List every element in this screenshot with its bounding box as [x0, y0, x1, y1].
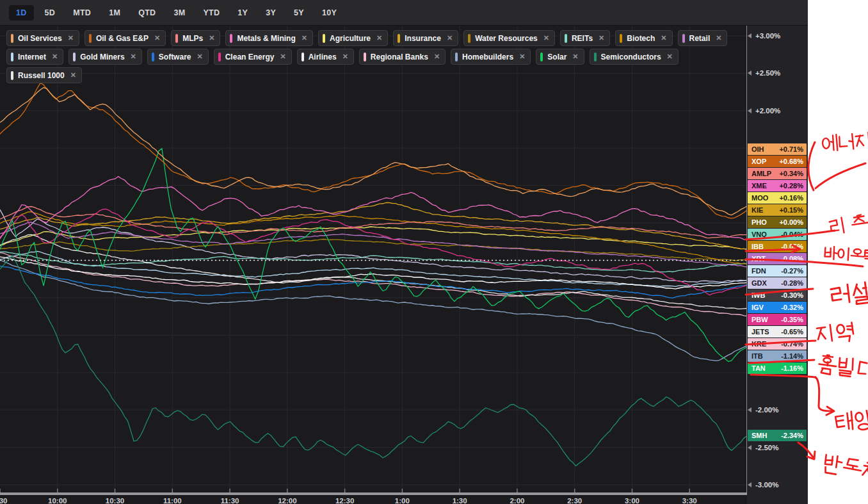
time-range-toolbar: 1D5DMTD1MQTD3MYTD1Y3Y5Y10Y — [0, 0, 808, 26]
x-axis-time-label: 3:30 — [682, 497, 697, 504]
charting-app-window: 1D5DMTD1MQTD3MYTD1Y3Y5Y10Y 9:3010:0010:3… — [0, 0, 808, 504]
badge-change: +0.00% — [779, 218, 803, 226]
ticker-chip-water-resources[interactable]: Water Resources ✕ — [463, 30, 555, 46]
ticker-chip-software[interactable]: Software ✕ — [147, 49, 209, 65]
chip-close-icon[interactable]: ✕ — [666, 53, 673, 61]
badge-change: +0.71% — [779, 145, 803, 153]
x-axis-time-label: 10:30 — [106, 497, 124, 504]
ticker-chip-gold-miners[interactable]: Gold Miners ✕ — [68, 49, 142, 65]
chart-plot-area[interactable]: 9:3010:0010:3011:0011:3012:0012:301:001:… — [0, 26, 747, 504]
chip-label: MLPs — [182, 34, 203, 43]
badge-ticker: IBB — [751, 243, 764, 250]
time-range-button-mtd[interactable]: MTD — [66, 5, 98, 20]
time-range-button-5y[interactable]: 5Y — [287, 5, 311, 20]
chip-close-icon[interactable]: ✕ — [278, 53, 285, 61]
chip-close-icon[interactable]: ✕ — [571, 53, 578, 61]
chip-close-icon[interactable]: ✕ — [195, 53, 202, 61]
scrollbar-tick — [57, 489, 58, 492]
badge-ticker: TAN — [751, 364, 766, 372]
chip-close-icon[interactable]: ✕ — [153, 34, 160, 42]
ticker-change-badge-kie: KIE +0.15% — [748, 204, 807, 216]
chip-close-icon[interactable]: ✕ — [129, 53, 136, 61]
time-range-button-10y[interactable]: 10Y — [315, 5, 344, 20]
chip-close-icon[interactable]: ✕ — [341, 53, 348, 61]
price-chart[interactable] — [0, 26, 747, 504]
ticker-chip-list: Oil Services ✕ Oil & Gas E&P ✕ MLPs ✕ Me… — [6, 30, 743, 83]
ticker-change-badge-igv: IGV -0.32% — [748, 302, 807, 313]
ticker-chip-solar[interactable]: Solar ✕ — [536, 49, 584, 65]
chip-close-icon[interactable]: ✕ — [659, 34, 666, 42]
chip-close-icon[interactable]: ✕ — [67, 34, 74, 42]
ticker-change-badge-jets: JETS -0.65% — [748, 326, 807, 337]
scrollbar-tick — [229, 489, 230, 492]
chip-close-icon[interactable]: ✕ — [69, 71, 76, 79]
chip-color-bar — [218, 53, 221, 61]
badge-ticker: PHO — [751, 218, 767, 226]
badge-ticker: SMH — [751, 432, 767, 439]
series-line-iwb — [0, 257, 747, 289]
ticker-chip-agriculture[interactable]: Agriculture ✕ — [318, 30, 388, 46]
ticker-chip-internet[interactable]: Internet ✕ — [6, 49, 63, 65]
ticker-change-badge-gdx: GDX -0.28% — [748, 277, 807, 289]
y-axis-label: -2.00% — [755, 405, 778, 414]
chip-close-icon[interactable]: ✕ — [597, 34, 604, 42]
time-range-button-3y[interactable]: 3Y — [259, 5, 283, 20]
right-axis-panel: +3.00%+2.50%+2.00%-2.00%-2.50%-3.00% OIH… — [747, 26, 808, 504]
chip-color-bar — [455, 53, 458, 61]
badge-change: -0.08% — [781, 255, 803, 263]
ticker-chip-semiconductors[interactable]: Semiconductors ✕ — [590, 49, 679, 65]
time-range-button-1d[interactable]: 1D — [9, 5, 34, 20]
chip-close-icon[interactable]: ✕ — [300, 34, 307, 42]
x-axis-time-label: 11:00 — [163, 497, 182, 504]
annotation-text-바이오텍 — [824, 246, 868, 264]
annotation-text-반도체 — [823, 453, 868, 482]
chip-close-icon[interactable]: ✕ — [51, 53, 58, 61]
time-range-button-ytd[interactable]: YTD — [196, 5, 227, 20]
ticker-chip-oil-services[interactable]: Oil Services ✕ — [6, 30, 79, 46]
annotation-energy-bracket — [808, 142, 815, 190]
series-line-xme — [0, 177, 747, 240]
chip-color-bar — [11, 53, 13, 61]
ticker-change-badge-xme: XME +0.28% — [748, 180, 807, 191]
time-range-button-1y[interactable]: 1Y — [230, 5, 255, 20]
time-range-button-3m[interactable]: 3M — [166, 5, 192, 20]
time-range-button-5d[interactable]: 5D — [38, 5, 63, 20]
ticker-change-badge-kre: KRE -0.74% — [748, 338, 807, 350]
ticker-chip-clean-energy[interactable]: Clean Energy ✕ — [214, 49, 292, 65]
chip-close-icon[interactable]: ✕ — [542, 34, 549, 42]
ticker-chip-airlines[interactable]: Airlines ✕ — [297, 49, 354, 65]
scrollbar-tick — [517, 489, 518, 492]
ticker-chip-mlps[interactable]: MLPs ✕ — [171, 30, 220, 46]
annotation-text-러셀 — [830, 282, 868, 307]
chip-close-icon[interactable]: ✕ — [714, 34, 721, 42]
time-range-button-1m[interactable]: 1M — [102, 5, 127, 20]
chip-color-bar — [152, 53, 154, 61]
chip-close-icon[interactable]: ✕ — [207, 34, 214, 42]
chip-label: Oil & Gas E&P — [96, 34, 149, 43]
ticker-change-badge-moo: MOO +0.16% — [748, 192, 807, 204]
chart-horizontal-scrollbar[interactable] — [0, 492, 747, 495]
chip-close-icon[interactable]: ✕ — [375, 34, 382, 42]
badge-change: -1.14% — [781, 352, 803, 360]
time-range-button-qtd[interactable]: QTD — [131, 5, 163, 20]
ticker-chip-reits[interactable]: REITs ✕ — [560, 30, 610, 46]
annotation-text-태양 — [835, 409, 868, 432]
chip-label: Solar — [547, 53, 567, 61]
ticker-chip-oil-gas-e-p[interactable]: Oil & Gas E&P ✕ — [84, 30, 166, 46]
ticker-chip-biotech[interactable]: Biotech ✕ — [615, 30, 672, 46]
chip-color-bar — [565, 34, 567, 43]
ticker-chip-retail[interactable]: Retail ✕ — [678, 30, 728, 46]
ticker-chip-russell-1000[interactable]: Russell 1000 ✕ — [6, 67, 82, 83]
ticker-chip-regional-banks[interactable]: Regional Banks ✕ — [359, 49, 446, 65]
ticker-chip-metals-mining[interactable]: Metals & Mining ✕ — [225, 30, 313, 46]
chip-color-bar — [468, 34, 470, 43]
chip-close-icon[interactable]: ✕ — [433, 53, 440, 61]
ticker-chip-homebuilders[interactable]: Homebuilders ✕ — [451, 49, 531, 65]
badge-change: -0.28% — [781, 279, 803, 287]
chip-close-icon[interactable]: ✕ — [518, 53, 525, 61]
chip-close-icon[interactable]: ✕ — [446, 34, 453, 42]
badge-change: -0.74% — [781, 340, 803, 348]
chip-label: Homebuilders — [462, 53, 513, 61]
scrollbar-tick — [689, 489, 690, 492]
ticker-chip-insurance[interactable]: Insurance ✕ — [393, 30, 458, 46]
